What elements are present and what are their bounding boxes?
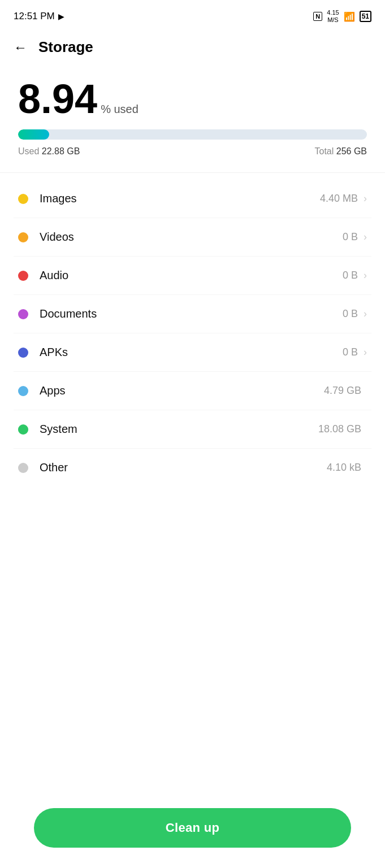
storage-item[interactable]: Images4.40 MB› (14, 180, 371, 218)
total-info: Total 256 GB (314, 146, 367, 157)
category-size: 4.40 MB (320, 193, 358, 205)
percent-number: 8.94 (18, 79, 97, 119)
category-name: Audio (40, 269, 343, 282)
time-text: 12:51 PM (14, 11, 55, 22)
category-dot (18, 271, 28, 281)
status-right: N 4.15M/S 📶 51 (313, 9, 371, 24)
wifi-icon: 📶 (344, 11, 355, 22)
chevron-right-icon: › (364, 193, 367, 205)
storage-item: Apps4.79 GB (14, 372, 371, 410)
nav-icon: ▶ (58, 12, 64, 21)
battery-level: 51 (362, 12, 369, 20)
storage-item: Other4.10 kB (14, 449, 371, 487)
category-dot (18, 463, 28, 473)
progress-bar-fill (18, 129, 49, 140)
storage-item[interactable]: Audio0 B› (14, 257, 371, 295)
storage-item[interactable]: APKs0 B› (14, 333, 371, 372)
total-amount: 256 GB (336, 146, 367, 156)
chevron-right-icon: › (364, 270, 367, 281)
category-size: 4.10 kB (327, 462, 361, 474)
category-name: Documents (40, 307, 343, 320)
category-name: Images (40, 192, 320, 205)
category-name: Other (40, 461, 327, 474)
used-info: Used 22.88 GB (18, 146, 80, 157)
used-amount: 22.88 GB (42, 146, 80, 156)
category-size: 0 B (343, 231, 358, 243)
category-dot (18, 348, 28, 358)
category-name: APKs (40, 346, 343, 359)
header: ← Storage (0, 29, 385, 65)
category-dot (18, 386, 28, 396)
battery-icon: 51 (360, 11, 371, 22)
storage-item[interactable]: Videos0 B› (14, 218, 371, 257)
category-name: Apps (40, 384, 324, 397)
storage-overview: 8.94 % used Used 22.88 GB Total 256 GB (0, 65, 385, 166)
page-title: Storage (38, 38, 93, 56)
category-dot (18, 309, 28, 319)
category-size: 0 B (343, 346, 358, 358)
category-name: Videos (40, 231, 343, 244)
speed-text: 4.15M/S (327, 9, 339, 24)
category-size: 18.08 GB (318, 423, 361, 435)
storage-info: Used 22.88 GB Total 256 GB (18, 146, 367, 157)
divider (0, 172, 385, 173)
cleanup-button[interactable]: Clean up (34, 808, 351, 848)
chevron-right-icon: › (364, 346, 367, 358)
storage-list: Images4.40 MB›Videos0 B›Audio0 B›Documen… (0, 180, 385, 487)
status-bar: 12:51 PM ▶ N 4.15M/S 📶 51 (0, 0, 385, 29)
nfc-icon: N (313, 12, 322, 21)
progress-bar-container (18, 129, 367, 140)
category-dot (18, 424, 28, 435)
category-size: 0 B (343, 308, 358, 320)
percent-label: % used (101, 103, 139, 116)
bottom-section: Clean up (0, 797, 385, 868)
storage-percent-display: 8.94 % used (18, 79, 367, 119)
category-dot (18, 194, 28, 204)
storage-item[interactable]: Documents0 B› (14, 295, 371, 333)
status-time: 12:51 PM ▶ (14, 11, 64, 22)
total-label: Total (314, 146, 334, 156)
back-button[interactable]: ← (14, 40, 27, 55)
used-label: Used (18, 146, 39, 156)
category-size: 4.79 GB (324, 385, 361, 397)
category-size: 0 B (343, 270, 358, 281)
category-dot (18, 232, 28, 242)
chevron-right-icon: › (364, 231, 367, 243)
chevron-right-icon: › (364, 308, 367, 320)
storage-item: System18.08 GB (14, 410, 371, 449)
category-name: System (40, 423, 318, 436)
